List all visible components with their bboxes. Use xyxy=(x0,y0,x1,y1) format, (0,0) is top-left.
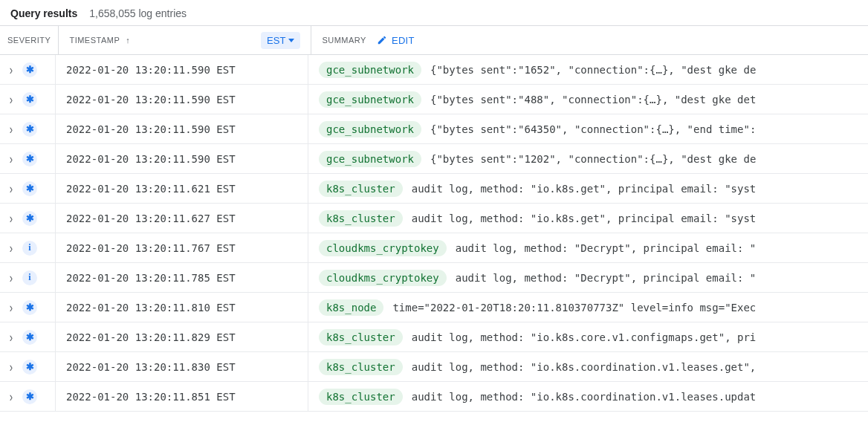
resource-chip[interactable]: cloudkms_cryptokey xyxy=(319,270,447,286)
log-row[interactable]: ›✱2022-01-20 13:20:11.590 ESTgce_subnetw… xyxy=(0,55,868,85)
expand-row-icon[interactable]: › xyxy=(6,151,16,166)
summary-text: {"bytes_sent":"488", "connection":{…}, "… xyxy=(430,94,858,106)
resource-chip[interactable]: k8s_cluster xyxy=(319,359,403,375)
timestamp-cell: 2022-01-20 13:20:11.851 EST xyxy=(56,382,308,411)
resource-chip[interactable]: gce_subnetwork xyxy=(319,121,421,137)
results-header: Query results 1,658,055 log entries xyxy=(0,0,868,25)
severity-cell: ›✱ xyxy=(0,382,56,411)
log-row[interactable]: ›✱2022-01-20 13:20:11.590 ESTgce_subnetw… xyxy=(0,114,868,144)
summary-cell: gce_subnetwork{"bytes_sent":"1202", "con… xyxy=(308,151,868,167)
summary-cell: k8s_clusteraudit_log, method: "io.k8s.co… xyxy=(308,329,868,345)
timezone-label: EST xyxy=(267,35,285,46)
log-row[interactable]: ›i2022-01-20 13:20:11.785 ESTcloudkms_cr… xyxy=(0,263,868,293)
severity-cell: ›i xyxy=(0,233,56,262)
log-row[interactable]: ›✱2022-01-20 13:20:11.829 ESTk8s_cluster… xyxy=(0,322,868,352)
severity-cell: ›✱ xyxy=(0,114,56,143)
expand-row-icon[interactable]: › xyxy=(6,121,16,137)
severity-cell: ›✱ xyxy=(0,85,56,114)
resource-chip[interactable]: k8s_cluster xyxy=(319,210,403,227)
severity-default-icon[interactable]: ✱ xyxy=(22,330,37,345)
resource-chip[interactable]: gce_subnetwork xyxy=(319,151,421,167)
timestamp-cell: 2022-01-20 13:20:11.767 EST xyxy=(56,233,308,262)
results-count: 1,658,055 log entries xyxy=(89,7,187,19)
log-row[interactable]: ›✱2022-01-20 13:20:11.810 ESTk8s_nodetim… xyxy=(0,293,868,322)
expand-row-icon[interactable]: › xyxy=(6,389,16,404)
expand-row-icon[interactable]: › xyxy=(6,210,16,226)
summary-cell: k8s_clusteraudit_log, method: "io.k8s.ge… xyxy=(308,181,868,197)
expand-row-icon[interactable]: › xyxy=(6,181,16,196)
log-row[interactable]: ›i2022-01-20 13:20:11.767 ESTcloudkms_cr… xyxy=(0,233,868,263)
log-rows: ›✱2022-01-20 13:20:11.590 ESTgce_subnetw… xyxy=(0,55,868,412)
resource-chip[interactable]: k8s_cluster xyxy=(319,181,403,197)
timestamp-cell: 2022-01-20 13:20:11.590 EST xyxy=(56,144,308,173)
severity-info-icon[interactable]: i xyxy=(22,270,37,285)
log-row[interactable]: ›✱2022-01-20 13:20:11.627 ESTk8s_cluster… xyxy=(0,204,868,233)
resource-chip[interactable]: gce_subnetwork xyxy=(319,91,421,108)
resource-chip[interactable]: gce_subnetwork xyxy=(319,62,421,78)
summary-text: time="2022-01-20T18:20:11.810370773Z" le… xyxy=(392,302,858,314)
severity-cell: ›i xyxy=(0,263,56,292)
summary-cell: cloudkms_cryptokeyaudit_log, method: "De… xyxy=(308,240,868,256)
summary-cell: k8s_clusteraudit_log, method: "io.k8s.co… xyxy=(308,359,868,375)
summary-cell: k8s_nodetime="2022-01-20T18:20:11.810370… xyxy=(308,299,868,316)
severity-cell: ›✱ xyxy=(0,144,56,173)
summary-cell: gce_subnetwork{"bytes_sent":"1652", "con… xyxy=(308,62,868,78)
timestamp-cell: 2022-01-20 13:20:11.829 EST xyxy=(56,322,308,351)
expand-row-icon[interactable]: › xyxy=(6,299,16,315)
severity-cell: ›✱ xyxy=(0,55,56,84)
timestamp-cell: 2022-01-20 13:20:11.785 EST xyxy=(56,263,308,292)
severity-default-icon[interactable]: ✱ xyxy=(22,181,37,196)
resource-chip[interactable]: k8s_cluster xyxy=(319,389,403,405)
severity-default-icon[interactable]: ✱ xyxy=(22,92,37,107)
timezone-selector[interactable]: EST xyxy=(261,32,300,49)
timestamp-cell: 2022-01-20 13:20:11.590 EST xyxy=(56,85,308,114)
log-row[interactable]: ›✱2022-01-20 13:20:11.851 ESTk8s_cluster… xyxy=(0,382,868,412)
table-header-row: SEVERITY TIMESTAMP ↑ EST SUMMARY EDIT xyxy=(0,25,868,55)
log-row[interactable]: ›✱2022-01-20 13:20:11.590 ESTgce_subnetw… xyxy=(0,85,868,114)
timestamp-cell: 2022-01-20 13:20:11.810 EST xyxy=(56,293,308,322)
expand-row-icon[interactable]: › xyxy=(6,270,16,285)
col-header-severity-label: SEVERITY xyxy=(7,36,51,45)
summary-cell: gce_subnetwork{"bytes_sent":"488", "conn… xyxy=(308,91,868,108)
col-header-timestamp[interactable]: TIMESTAMP ↑ EST xyxy=(59,26,311,54)
severity-default-icon[interactable]: ✱ xyxy=(22,152,37,166)
edit-summary-button[interactable]: EDIT xyxy=(377,35,415,46)
timestamp-cell: 2022-01-20 13:20:11.621 EST xyxy=(56,174,308,203)
expand-row-icon[interactable]: › xyxy=(6,62,16,77)
severity-cell: ›✱ xyxy=(0,352,56,381)
summary-text: audit_log, method: "io.k8s.coordination.… xyxy=(412,391,858,403)
severity-default-icon[interactable]: ✱ xyxy=(22,360,37,374)
expand-row-icon[interactable]: › xyxy=(6,91,16,107)
severity-default-icon[interactable]: ✱ xyxy=(22,122,37,137)
summary-cell: gce_subnetwork{"bytes_sent":"64350", "co… xyxy=(308,121,868,137)
chevron-down-icon xyxy=(288,39,294,42)
severity-default-icon[interactable]: ✱ xyxy=(22,62,37,77)
expand-row-icon[interactable]: › xyxy=(6,240,16,256)
log-row[interactable]: ›✱2022-01-20 13:20:11.830 ESTk8s_cluster… xyxy=(0,352,868,382)
severity-default-icon[interactable]: ✱ xyxy=(22,389,37,404)
log-row[interactable]: ›✱2022-01-20 13:20:11.590 ESTgce_subnetw… xyxy=(0,144,868,174)
severity-info-icon[interactable]: i xyxy=(22,241,37,256)
resource-chip[interactable]: k8s_cluster xyxy=(319,329,403,345)
summary-text: {"bytes_sent":"1652", "connection":{…}, … xyxy=(430,64,858,76)
expand-row-icon[interactable]: › xyxy=(6,359,16,374)
severity-default-icon[interactable]: ✱ xyxy=(22,300,37,315)
col-header-severity[interactable]: SEVERITY xyxy=(0,26,59,54)
edit-label: EDIT xyxy=(392,35,415,46)
summary-cell: cloudkms_cryptokeyaudit_log, method: "De… xyxy=(308,270,868,286)
severity-cell: ›✱ xyxy=(0,293,56,322)
results-title: Query results xyxy=(10,7,77,19)
timestamp-cell: 2022-01-20 13:20:11.830 EST xyxy=(56,352,308,381)
summary-text: {"bytes_sent":"64350", "connection":{…},… xyxy=(430,123,858,135)
summary-text: audit_log, method: "io.k8s.get", princip… xyxy=(412,212,858,224)
log-row[interactable]: ›✱2022-01-20 13:20:11.621 ESTk8s_cluster… xyxy=(0,174,868,204)
severity-default-icon[interactable]: ✱ xyxy=(22,211,37,226)
resource-chip[interactable]: cloudkms_cryptokey xyxy=(319,240,447,256)
severity-cell: ›✱ xyxy=(0,322,56,351)
summary-text: audit_log, method: "io.k8s.coordination.… xyxy=(412,361,858,373)
expand-row-icon[interactable]: › xyxy=(6,329,16,345)
resource-chip[interactable]: k8s_node xyxy=(319,299,383,316)
summary-text: audit_log, method: "io.k8s.get", princip… xyxy=(412,183,858,195)
summary-text: audit_log, method: "Decrypt", principal_… xyxy=(456,242,858,254)
severity-cell: ›✱ xyxy=(0,204,56,233)
